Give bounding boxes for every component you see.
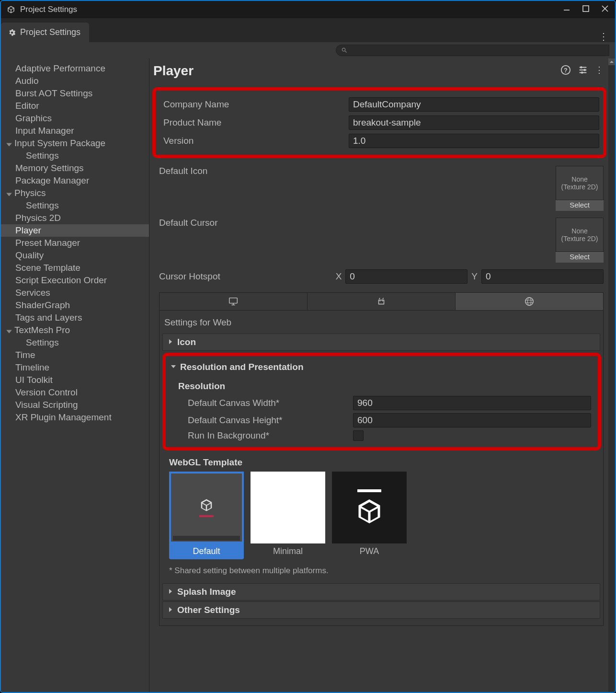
label-run-in-background: Run In Background* <box>178 430 353 441</box>
platform-tab-web[interactable] <box>456 293 603 310</box>
svg-rect-1 <box>583 6 589 12</box>
html5-icon <box>524 296 535 307</box>
sidebar-item-settings[interactable]: Settings <box>1 150 149 162</box>
label-version: Version <box>160 136 349 146</box>
input-canvas-width[interactable] <box>353 396 591 410</box>
chevron-right-icon <box>168 338 173 346</box>
sidebar-item-settings[interactable]: Settings <box>1 336 149 349</box>
sidebar-item-visual-scripting[interactable]: Visual Scripting <box>1 399 149 411</box>
window-title: Project Settings <box>20 5 562 14</box>
sidebar-item-timeline[interactable]: Timeline <box>1 361 149 374</box>
panel-menu-kebab-icon[interactable]: ⋮ <box>595 65 604 78</box>
sidebar-item-adaptive-performance[interactable]: Adaptive Performance <box>1 62 149 75</box>
label-default-icon: Default Icon <box>159 166 341 176</box>
svg-rect-12 <box>229 298 238 303</box>
sidebar-item-player[interactable]: Player <box>1 224 149 237</box>
svg-point-9 <box>580 66 582 69</box>
sidebar-item-shadergraph[interactable]: ShaderGraph <box>1 299 149 312</box>
input-hotspot-x[interactable] <box>345 269 468 284</box>
fold-resolution-presentation[interactable]: Resolution and Presentation <box>180 362 304 372</box>
chevron-right-icon <box>168 588 173 596</box>
input-company-name[interactable] <box>349 97 599 112</box>
svg-point-10 <box>583 69 586 71</box>
label-canvas-width: Default Canvas Width* <box>178 398 353 408</box>
sidebar-item-ui-toolkit[interactable]: UI Toolkit <box>1 374 149 386</box>
input-canvas-height[interactable] <box>353 413 591 427</box>
platform-tab-standalone[interactable] <box>160 293 308 310</box>
template-label: Default <box>169 543 244 559</box>
preset-icon[interactable] <box>578 65 588 78</box>
maximize-button[interactable] <box>582 4 590 15</box>
fold-icon[interactable]: Icon <box>162 334 600 351</box>
template-label: Minimal <box>251 543 325 559</box>
sidebar-item-tags-and-layers[interactable]: Tags and Layers <box>1 312 149 324</box>
platform-tab-android[interactable] <box>308 293 456 310</box>
android-icon <box>376 296 387 307</box>
sidebar-item-editor[interactable]: Editor <box>1 100 149 112</box>
sidebar-item-script-execution-order[interactable]: Script Execution Order <box>1 274 149 287</box>
heading-resolution: Resolution <box>178 379 595 394</box>
input-hotspot-y[interactable] <box>481 269 604 284</box>
fold-splash-image[interactable]: Splash Image <box>162 583 600 601</box>
sidebar-item-xr-plugin-management[interactable]: XR Plugin Management <box>1 411 149 424</box>
sidebar-item-physics[interactable]: Physics <box>1 187 149 199</box>
sidebar-item-audio[interactable]: Audio <box>1 75 149 87</box>
sidebar-item-preset-manager[interactable]: Preset Manager <box>1 237 149 249</box>
label-product-name: Product Name <box>160 117 349 128</box>
content-panel: Player ? ⋮ Company Name Produc <box>149 58 615 692</box>
title-bar: Project Settings <box>1 1 615 18</box>
monitor-icon <box>228 296 239 307</box>
sidebar-item-time[interactable]: Time <box>1 349 149 361</box>
input-product-name[interactable] <box>349 116 599 130</box>
label-hotspot-y: Y <box>471 271 478 282</box>
platform-tabs <box>159 292 604 311</box>
search-input[interactable] <box>336 45 610 56</box>
sidebar-item-physics-2d[interactable]: Physics 2D <box>1 212 149 224</box>
svg-point-20 <box>527 298 531 306</box>
tab-title: Project Settings <box>20 27 80 37</box>
default-cursor-texture-slot[interactable]: None (Texture 2D) <box>556 218 604 252</box>
sidebar-item-scene-template[interactable]: Scene Template <box>1 262 149 274</box>
settings-sidebar[interactable]: Adaptive PerformanceAudioBurst AOT Setti… <box>1 58 149 692</box>
template-card-minimal[interactable]: Minimal <box>251 472 325 559</box>
label-settings-for: Settings for Web <box>160 316 603 333</box>
svg-text:?: ? <box>564 66 568 73</box>
help-icon[interactable]: ? <box>560 65 571 78</box>
sidebar-item-burst-aot-settings[interactable]: Burst AOT Settings <box>1 87 149 100</box>
svg-point-17 <box>525 298 534 306</box>
unity-logo-icon <box>7 5 15 14</box>
checkbox-run-in-background[interactable] <box>353 430 364 441</box>
search-row <box>1 42 615 58</box>
input-version[interactable] <box>349 134 599 148</box>
close-button[interactable] <box>601 4 609 15</box>
chevron-down-icon <box>6 190 12 196</box>
default-icon-select-button[interactable]: Select <box>556 200 604 211</box>
minimize-button[interactable] <box>562 4 571 15</box>
label-default-cursor: Default Cursor <box>159 218 341 228</box>
search-icon <box>341 47 348 54</box>
tab-project-settings[interactable]: Project Settings <box>1 23 89 42</box>
tab-menu-kebab-icon[interactable]: ⋮ <box>592 31 615 42</box>
fold-other-settings[interactable]: Other Settings <box>162 601 600 619</box>
sidebar-item-textmesh-pro[interactable]: TextMesh Pro <box>1 324 149 336</box>
default-cursor-select-button[interactable]: Select <box>556 252 604 263</box>
sidebar-item-package-manager[interactable]: Package Manager <box>1 174 149 187</box>
label-hotspot-x: X <box>336 271 342 282</box>
highlight-identity-box: Company Name Product Name Version <box>152 87 606 158</box>
sidebar-item-graphics[interactable]: Graphics <box>1 112 149 125</box>
chevron-down-icon <box>6 327 12 334</box>
template-card-pwa[interactable]: PWA <box>332 472 407 559</box>
sidebar-item-quality[interactable]: Quality <box>1 249 149 262</box>
sidebar-item-version-control[interactable]: Version Control <box>1 386 149 399</box>
sidebar-item-settings[interactable]: Settings <box>1 199 149 212</box>
sidebar-item-input-system-package[interactable]: Input System Package <box>1 137 149 150</box>
sidebar-item-input-manager[interactable]: Input Manager <box>1 125 149 137</box>
sidebar-item-memory-settings[interactable]: Memory Settings <box>1 162 149 174</box>
label-company-name: Company Name <box>160 99 349 110</box>
template-card-default[interactable]: Default <box>169 472 244 559</box>
default-icon-texture-slot[interactable]: None (Texture 2D) <box>556 166 604 200</box>
svg-point-16 <box>382 300 383 301</box>
template-label: PWA <box>332 543 407 559</box>
sidebar-item-services[interactable]: Services <box>1 287 149 299</box>
tab-row: Project Settings ⋮ <box>1 18 615 42</box>
